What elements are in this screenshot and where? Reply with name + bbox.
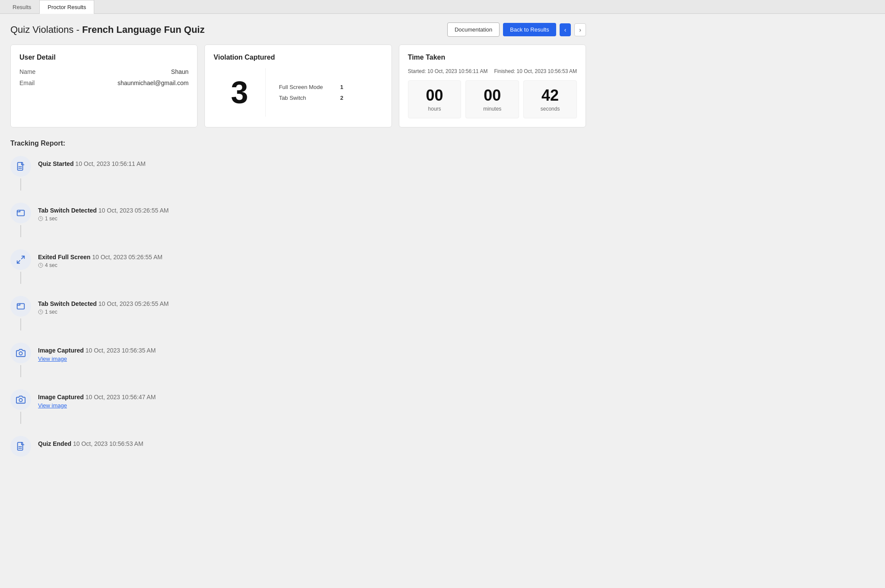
tracking-content: Image Captured 10 Oct, 2023 10:56:47 AM … [38,389,156,409]
event-duration: 4 sec [38,262,162,268]
tracking-icon-col [10,296,31,331]
email-value: shaunmichael@gmail.com [118,79,188,86]
tracking-item: Quiz Ended 10 Oct, 2023 10:56:53 AM [10,436,586,457]
tracking-item: Tab Switch Detected 10 Oct, 2023 05:26:5… [10,203,586,249]
name-row: Name Shaun [19,68,188,75]
hours-label: hours [412,106,458,112]
tracking-item: Exited Full Screen 10 Oct, 2023 05:26:55… [10,249,586,296]
hours-value: 00 [412,87,458,104]
minutes-label: minutes [469,106,515,112]
tracking-icon-fullscreen [10,249,31,270]
email-row: Email shaunmichael@gmail.com [19,79,188,86]
event-timestamp: 10 Oct, 2023 10:56:53 AM [73,440,143,447]
page-title: Quiz Violations - French Language Fun Qu… [10,24,204,35]
tracking-icon-col [10,249,31,284]
tracking-icon-tab [10,296,31,317]
cards-row: User Detail Name Shaun Email shaunmichae… [10,44,586,127]
event-title: Quiz Ended 10 Oct, 2023 10:56:53 AM [38,440,143,447]
tabs-bar: Results Proctor Results [0,0,885,14]
svg-rect-3 [17,210,25,216]
violation-row-tabswitch: Tab Switch 2 [279,95,343,101]
email-label: Email [19,79,35,86]
tracking-icon-col [10,343,31,377]
tracking-line [20,178,21,191]
event-timestamp: 10 Oct, 2023 05:26:55 AM [99,207,169,214]
tracking-content: Exited Full Screen 10 Oct, 2023 05:26:55… [38,249,162,268]
name-label: Name [19,68,35,75]
event-duration: 1 sec [38,309,169,315]
violation-card: Violation Captured 3 Full Screen Mode 1 … [204,44,392,127]
svg-line-5 [22,256,24,258]
tracking-icon-col [10,203,31,237]
minutes-value: 00 [469,87,515,104]
event-title: Image Captured 10 Oct, 2023 10:56:35 AM [38,347,156,354]
tracking-title: Tracking Report: [10,140,586,147]
user-detail-title: User Detail [19,54,188,61]
event-title: Quiz Started 10 Oct, 2023 10:56:11 AM [38,160,146,167]
time-taken-card: Time Taken Started: 10 Oct, 2023 10:56:1… [399,44,586,127]
tracking-icon-tab [10,203,31,223]
view-image-link[interactable]: View image [38,402,156,409]
tracking-report-section: Tracking Report: Quiz Started 10 Oct, 20… [10,140,586,457]
tracking-icon-col [10,436,31,457]
finished-info: Finished: 10 Oct, 2023 10:56:53 AM [494,68,577,74]
violation-details: Full Screen Mode 1 Tab Switch 2 [266,68,356,117]
tracking-item: Image Captured 10 Oct, 2023 10:56:47 AM … [10,389,586,436]
tab-results[interactable]: Results [4,0,39,14]
seconds-value: 42 [527,87,573,104]
tracking-line [20,412,21,424]
svg-line-6 [17,260,20,263]
tracking-line [20,365,21,377]
tabswitch-count: 2 [340,95,343,101]
name-value: Shaun [171,68,188,75]
event-timestamp: 10 Oct, 2023 05:26:55 AM [99,300,169,307]
back-to-results-button[interactable]: Back to Results [503,23,556,36]
event-title: Image Captured 10 Oct, 2023 10:56:47 AM [38,394,156,400]
fullscreen-count: 1 [340,84,343,90]
violation-total: 3 [231,77,248,108]
tab-proctor-results[interactable]: Proctor Results [39,0,94,14]
tracking-item: Image Captured 10 Oct, 2023 10:56:35 AM … [10,343,586,389]
time-boxes: 00 hours 00 minutes 42 seconds [408,80,577,118]
nav-next-button[interactable]: › [574,23,586,36]
seconds-box: 42 seconds [523,80,577,118]
tracking-icon-col [10,389,31,424]
svg-rect-8 [17,303,25,309]
time-header-row: Started: 10 Oct, 2023 10:56:11 AM Finish… [408,68,577,74]
event-timestamp: 10 Oct, 2023 10:56:47 AM [86,394,156,400]
tracking-item: Quiz Started 10 Oct, 2023 10:56:11 AM [10,156,586,203]
event-title: Tab Switch Detected 10 Oct, 2023 05:26:5… [38,207,169,214]
tracking-icon-camera [10,389,31,410]
hours-box: 00 hours [408,80,462,118]
tracking-icon-document [10,436,31,457]
tracking-list: Quiz Started 10 Oct, 2023 10:56:11 AM Ta… [10,156,586,457]
tracking-content: Tab Switch Detected 10 Oct, 2023 05:26:5… [38,203,169,222]
violation-inner: 3 Full Screen Mode 1 Tab Switch 2 [213,68,382,117]
header-actions: Documentation Back to Results ‹ › [447,22,586,37]
tracking-icon-camera [10,343,31,363]
tracking-icon-document [10,156,31,177]
event-duration: 1 sec [38,216,169,222]
tracking-item: Tab Switch Detected 10 Oct, 2023 05:26:5… [10,296,586,343]
started-info: Started: 10 Oct, 2023 10:56:11 AM [408,68,488,74]
seconds-label: seconds [527,106,573,112]
violation-count-block: 3 [213,68,266,117]
tracking-content: Quiz Started 10 Oct, 2023 10:56:11 AM [38,156,146,167]
violation-title: Violation Captured [213,54,382,61]
event-title: Tab Switch Detected 10 Oct, 2023 05:26:5… [38,300,169,307]
view-image-link[interactable]: View image [38,356,156,362]
time-taken-title: Time Taken [408,54,577,61]
minutes-box: 00 minutes [465,80,519,118]
tracking-line [20,318,21,331]
event-timestamp: 10 Oct, 2023 05:26:55 AM [92,254,162,261]
nav-prev-button[interactable]: ‹ [560,23,571,36]
tracking-line [20,272,21,284]
user-detail-card: User Detail Name Shaun Email shaunmichae… [10,44,197,127]
tracking-content: Quiz Ended 10 Oct, 2023 10:56:53 AM [38,436,143,447]
tracking-content: Image Captured 10 Oct, 2023 10:56:35 AM … [38,343,156,362]
violation-row-fullscreen: Full Screen Mode 1 [279,84,343,90]
tracking-content: Tab Switch Detected 10 Oct, 2023 05:26:5… [38,296,169,315]
tabswitch-label: Tab Switch [279,95,306,101]
documentation-button[interactable]: Documentation [447,22,500,37]
tracking-icon-col [10,156,31,191]
